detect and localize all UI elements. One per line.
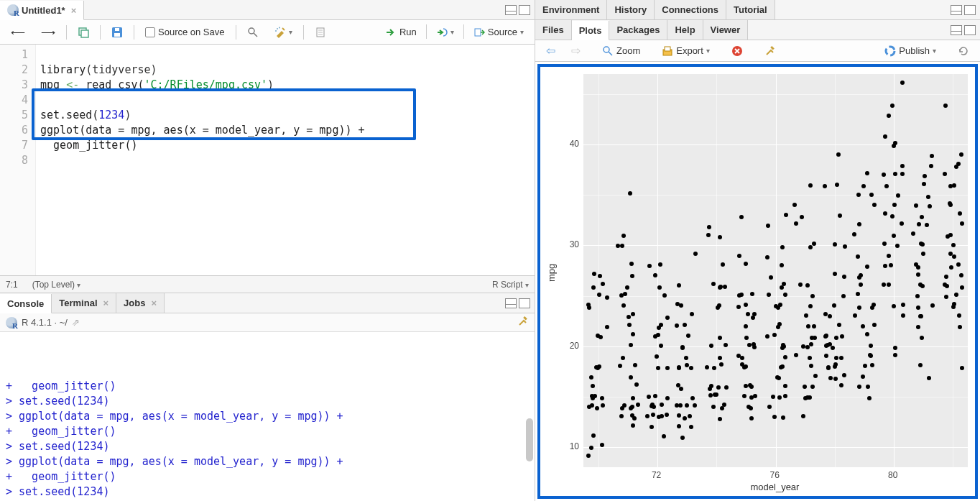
tab-help[interactable]: Help [667, 20, 703, 40]
plot-area: 72768010203040model_yearmpg [537, 64, 978, 499]
plot-panel [583, 74, 968, 467]
r-version: R 4.1.1 · ~/ [22, 317, 68, 328]
lang-selector[interactable]: R Script [492, 280, 529, 290]
source-tabbar: Untitled1* × [0, 0, 535, 20]
tab-files[interactable]: Files [535, 20, 572, 40]
svg-line-17 [609, 52, 612, 55]
tab-packages[interactable]: Packages [609, 20, 667, 40]
plots-tabbar: Files Plots Packages Help Viewer [535, 20, 980, 40]
minimize-pane-icon[interactable] [951, 25, 962, 35]
publish-label: Publish [899, 45, 930, 56]
console-pane: Console Terminal× Jobs× R 4.1.1 · ~/ ⇗ +… [0, 293, 535, 501]
minimize-pane-icon[interactable] [505, 298, 517, 308]
find-button[interactable] [242, 24, 264, 40]
svg-point-16 [604, 47, 609, 52]
refresh-plot-button[interactable] [953, 43, 974, 59]
clear-console-button[interactable] [517, 316, 529, 329]
editor-statusbar: 7:1 (Top Level) R Script [0, 275, 535, 293]
source-label: Source [488, 27, 517, 37]
console-window-icons [505, 298, 535, 308]
publish-button[interactable]: Publish [879, 43, 941, 59]
maximize-pane-icon[interactable] [964, 5, 976, 15]
zoom-button[interactable]: Zoom [597, 43, 645, 59]
zoom-label: Zoom [616, 45, 640, 56]
code-editor[interactable]: 1 2 3 4 5 6 7 8 library(tidyverse) mpg <… [0, 45, 535, 275]
maximize-pane-icon[interactable] [519, 5, 530, 15]
svg-point-7 [277, 28, 278, 29]
popout-icon[interactable]: ⇗ [72, 317, 80, 328]
tab-terminal[interactable]: Terminal× [52, 293, 116, 313]
svg-rect-14 [475, 29, 481, 36]
scrollbar-thumb[interactable] [526, 418, 533, 461]
r-logo-icon [6, 317, 17, 328]
plot-next-button[interactable]: ⇨ [566, 42, 586, 60]
console-output[interactable]: + geom_jitter()> set.seed(1234)> ggplot(… [0, 332, 535, 501]
svg-point-24 [886, 47, 895, 55]
close-icon[interactable]: × [71, 5, 77, 16]
export-label: Export [676, 45, 703, 56]
tab-console[interactable]: Console [0, 294, 52, 313]
rerun-button[interactable] [431, 24, 459, 40]
env-tabbar: Environment History Connections Tutorial [535, 0, 980, 20]
maximize-pane-icon[interactable] [519, 298, 530, 308]
tab-environment[interactable]: Environment [535, 0, 607, 19]
show-in-new-window-button[interactable] [73, 24, 94, 40]
svg-rect-1 [81, 30, 88, 37]
r-file-icon [7, 4, 19, 16]
scope-selector[interactable]: (Top Level) [32, 280, 81, 290]
clear-all-button[interactable] [759, 43, 781, 59]
svg-rect-4 [115, 28, 119, 31]
forward-button[interactable]: ⟶ [36, 24, 60, 40]
console-subheader: R 4.1.1 · ~/ ⇗ [0, 313, 535, 332]
checkbox-icon [145, 27, 155, 37]
tab-connections[interactable]: Connections [655, 0, 726, 19]
env-window-icons [951, 5, 980, 15]
tab-jobs[interactable]: Jobs× [116, 293, 165, 313]
code-tools-button[interactable] [269, 24, 297, 40]
tab-viewer[interactable]: Viewer [703, 20, 749, 40]
source-toolbar: ⟵ ⟶ Source on Save [0, 20, 535, 45]
minimize-pane-icon[interactable] [951, 5, 962, 15]
run-button[interactable]: Run [380, 24, 422, 40]
svg-point-8 [279, 27, 280, 28]
close-icon[interactable]: × [103, 298, 109, 308]
tab-plots[interactable]: Plots [572, 21, 610, 40]
remove-plot-button[interactable] [726, 43, 748, 59]
minimize-pane-icon[interactable] [505, 5, 517, 15]
tab-tutorial[interactable]: Tutorial [726, 0, 775, 19]
code-body: library(tidyverse) mpg <- read_csv('C:/R… [36, 45, 535, 275]
maximize-pane-icon[interactable] [964, 25, 976, 35]
svg-line-6 [254, 33, 257, 37]
svg-rect-19 [665, 47, 670, 51]
save-button[interactable] [106, 24, 128, 40]
gutter: 1 2 3 4 5 6 7 8 [0, 45, 36, 275]
svg-point-9 [275, 30, 277, 32]
source-on-save-checkbox[interactable]: Source on Save [140, 24, 230, 40]
source-button[interactable]: Source [468, 24, 529, 40]
close-icon[interactable]: × [151, 298, 157, 308]
compile-report-button[interactable] [310, 24, 331, 40]
plots-window-icons [951, 25, 980, 35]
back-button[interactable]: ⟵ [6, 24, 30, 40]
source-on-save-label: Source on Save [158, 27, 225, 37]
console-tabbar: Console Terminal× Jobs× [0, 293, 535, 313]
export-button[interactable]: Export [657, 43, 715, 59]
editor-tab[interactable]: Untitled1* × [0, 1, 84, 20]
svg-point-5 [249, 28, 254, 34]
tab-history[interactable]: History [607, 0, 655, 19]
plots-toolbar: ⇦ ⇨ Zoom Export Publish [535, 40, 980, 62]
plot-prev-button[interactable]: ⇦ [541, 42, 560, 60]
source-window-icons [505, 5, 535, 15]
editor-tab-title: Untitled1* [22, 5, 65, 16]
svg-rect-3 [114, 33, 120, 37]
cursor-pos: 7:1 [6, 280, 18, 290]
run-label: Run [399, 27, 417, 37]
